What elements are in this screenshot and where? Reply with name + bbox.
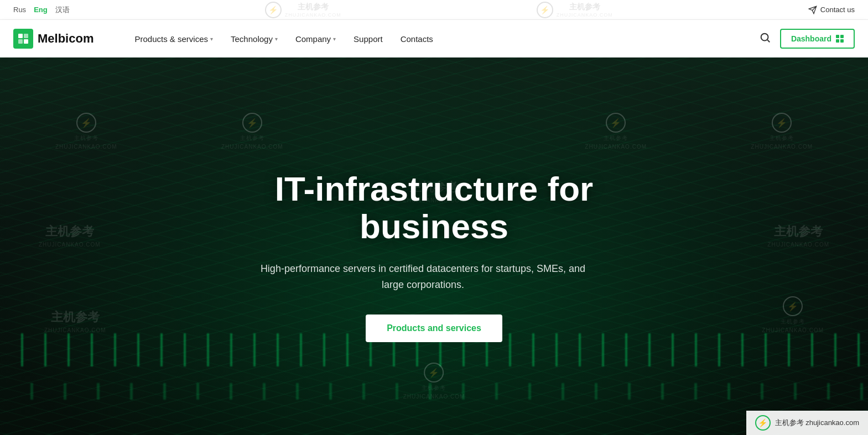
nav-company[interactable]: Company ▾: [288, 30, 344, 48]
hero-content: IT-infrastructure for business High-perf…: [241, 170, 628, 343]
language-switcher: Rus Eng 汉语: [13, 5, 70, 15]
nav-contacts[interactable]: Contacts: [393, 30, 441, 48]
dashboard-button[interactable]: Dashboard: [780, 29, 855, 49]
chevron-down-icon: ▾: [333, 36, 336, 42]
chevron-down-icon: ▾: [210, 36, 213, 42]
lang-rus[interactable]: Rus: [13, 6, 26, 14]
svg-rect-0: [18, 34, 23, 38]
watermark-top-center-left: ⚡ 主机参考 ZHUJICANKAO.COM: [265, 2, 341, 18]
logo[interactable]: Melbicom: [13, 29, 93, 49]
nav-links: Products & services ▾ Technology ▾ Compa…: [127, 30, 758, 48]
svg-rect-2: [18, 39, 23, 44]
lang-eng[interactable]: Eng: [34, 6, 48, 14]
logo-icon: [13, 29, 33, 49]
bottom-watermark-bar: ⚡ 主机参考 zhujicankao.com: [746, 411, 868, 435]
logo-text: Melbicom: [38, 32, 93, 46]
svg-point-4: [761, 33, 768, 40]
top-bar: Rus Eng 汉语 ⚡ 主机参考 ZHUJICANKAO.COM ⚡ 主机参考…: [0, 0, 868, 20]
hero-title: IT-infrastructure for business: [252, 170, 617, 245]
nav-support[interactable]: Support: [346, 30, 391, 48]
grid-icon: [836, 35, 844, 43]
contact-us-link[interactable]: Contact us: [808, 6, 855, 14]
watermark-label: 主机参考 zhujicankao.com: [775, 418, 859, 428]
chevron-down-icon: ▾: [275, 36, 278, 42]
watermark-top-center-right: ⚡ 主机参考 ZHUJICANKAO.COM: [537, 2, 613, 18]
svg-rect-1: [24, 34, 28, 38]
search-icon[interactable]: [759, 32, 771, 46]
navbar: Melbicom Products & services ▾ Technolog…: [0, 20, 868, 57]
svg-rect-3: [24, 39, 28, 44]
nav-products-services[interactable]: Products & services ▾: [127, 30, 221, 48]
hero-glow-lines2: [0, 383, 868, 400]
watermark-logo-icon: ⚡: [755, 415, 771, 431]
lang-chinese[interactable]: 汉语: [55, 5, 70, 15]
hero-subtitle: High-performance servers in certified da…: [252, 261, 595, 293]
nav-right: Dashboard: [759, 29, 855, 49]
nav-technology[interactable]: Technology ▾: [223, 30, 285, 48]
hero-cta-button[interactable]: Products and services: [366, 315, 502, 342]
hero-section: ⚡ 主机参考 ZHUJICANKAO.COM ⚡ 主机参考 ZHUJICANKA…: [0, 57, 868, 435]
